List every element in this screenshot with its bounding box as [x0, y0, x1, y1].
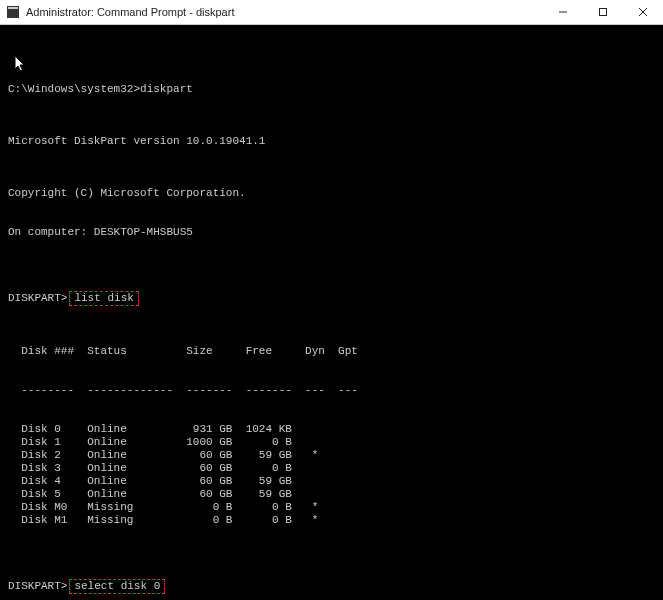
- title-bar: Administrator: Command Prompt - diskpart: [0, 0, 663, 25]
- disk-row: Disk M1 Missing 0 B 0 B *: [8, 514, 655, 527]
- computer-line: On computer: DESKTOP-MHSBUS5: [8, 226, 655, 239]
- disk-row: Disk 1 Online 1000 GB 0 B: [8, 436, 655, 449]
- maximize-button[interactable]: [583, 0, 623, 24]
- cmd-select-disk: select disk 0: [69, 579, 165, 594]
- disk-row: Disk M0 Missing 0 B 0 B *: [8, 501, 655, 514]
- disk-header: Disk ### Status Size Free Dyn Gpt: [8, 345, 655, 358]
- disk-row: Disk 5 Online 60 GB 59 GB: [8, 488, 655, 501]
- disk-row: Disk 3 Online 60 GB 0 B: [8, 462, 655, 475]
- version-line: Microsoft DiskPart version 10.0.19041.1: [8, 135, 655, 148]
- prompt-select-disk: DISKPART> select disk 0: [8, 579, 655, 594]
- close-button[interactable]: [623, 0, 663, 24]
- terminal[interactable]: C:\Windows\system32>diskpart Microsoft D…: [0, 25, 663, 600]
- copyright-line: Copyright (C) Microsoft Corporation.: [8, 187, 655, 200]
- minimize-button[interactable]: [543, 0, 583, 24]
- cmd-list-disk: list disk: [69, 291, 138, 306]
- disk-divider: -------- ------------- ------- ------- -…: [8, 384, 655, 397]
- disk-row: Disk 2 Online 60 GB 59 GB *: [8, 449, 655, 462]
- mouse-cursor-icon: [14, 55, 28, 73]
- initial-command-line: C:\Windows\system32>diskpart: [8, 83, 655, 96]
- window-controls: [543, 0, 663, 24]
- title-left: Administrator: Command Prompt - diskpart: [6, 5, 234, 19]
- disk-row: Disk 0 Online 931 GB 1024 KB: [8, 423, 655, 436]
- disk-row: Disk 4 Online 60 GB 59 GB: [8, 475, 655, 488]
- window-title: Administrator: Command Prompt - diskpart: [26, 6, 234, 18]
- window: Administrator: Command Prompt - diskpart…: [0, 0, 663, 600]
- cmd-icon: [6, 5, 20, 19]
- prompt-list-disk: DISKPART> list disk: [8, 291, 655, 306]
- svg-rect-1: [8, 7, 18, 9]
- svg-rect-3: [600, 9, 607, 16]
